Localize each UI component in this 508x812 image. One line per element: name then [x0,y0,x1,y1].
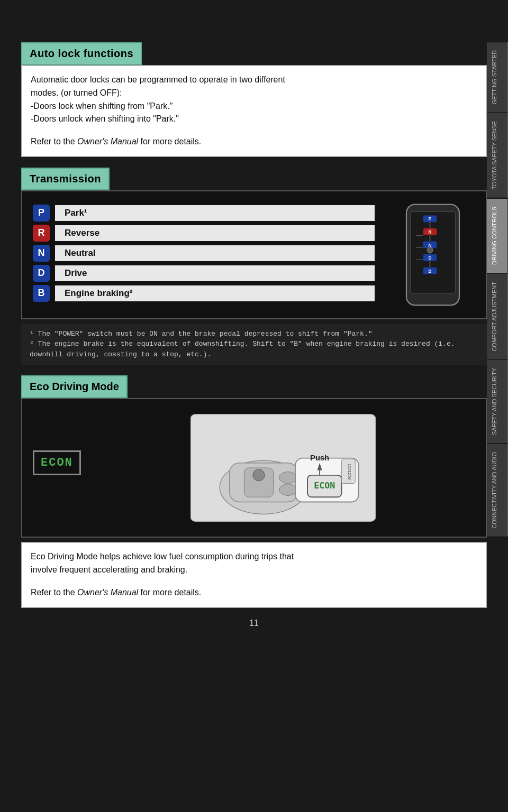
gear-selector-diagram: P R N D B [393,202,473,308]
transmission-footnotes: ¹ The "POWER" switch must be ON and the … [21,324,487,365]
svg-text:P: P [429,217,432,222]
sidebar-tab-safety[interactable]: SAFETY AND SECURITY [487,360,508,443]
svg-text:ECON: ECON [314,481,335,491]
sidebar-tab-driving-controls[interactable]: DRIVING CONTROLS [487,199,508,273]
svg-point-26 [279,484,297,496]
svg-text:D: D [429,256,432,261]
footnote-2: ² The engine brake is the equivalent of … [30,339,478,359]
gear-label-p: Park¹ [55,205,375,221]
gear-badge-b: B [33,285,50,302]
svg-text:R: R [429,230,432,235]
gear-label-n: Neutral [55,245,375,261]
gear-label-r: Reverse [55,225,375,241]
svg-text:12V/120W: 12V/120W [348,464,351,481]
gear-badge-d: D [33,265,50,282]
svg-point-16 [427,247,433,253]
gear-row-p: P Park¹ [33,205,375,222]
footnote-1: ¹ The "POWER" switch must be ON and the … [30,329,478,339]
gear-diagram: P R N D B [391,202,475,308]
sidebar-tab-toyota-safety[interactable]: TOYOTA SAFETY SENSE [487,113,508,198]
transmission-box: P Park¹ R Reverse N Neutral D Drive B [21,190,487,319]
sidebar-tab-getting-started[interactable]: GETTING STARTED [487,42,508,112]
auto-lock-section: Auto lock functions Automatic door locks… [21,42,487,157]
svg-rect-1 [410,211,455,293]
transmission-section: Transmission P Park¹ R Reverse N Neutral… [21,168,487,365]
gear-row-d: D Drive [33,265,375,282]
eco-driving-section: Eco Driving Mode ECON [21,375,487,607]
auto-lock-refer: Refer to the Owner's Manual for more det… [31,135,477,149]
auto-lock-info-box: Automatic door locks can be programmed t… [21,65,487,157]
auto-lock-title: Auto lock functions [30,48,133,59]
gear-badge-n: N [33,245,50,262]
sidebar-tab-connectivity[interactable]: CONNECTIVITY AND AUDIO [487,444,508,537]
gear-label-b: Engine braking² [55,285,375,301]
gear-badge-p: P [33,205,50,222]
eco-car-visual: ECON 12V/120W Push [92,410,475,526]
gear-label-d: Drive [55,265,375,281]
eco-info-box: Eco Driving Mode helps achieve low fuel … [21,542,487,607]
svg-point-25 [279,472,297,484]
auto-lock-description: Automatic door locks can be programmed t… [31,73,477,126]
svg-point-24 [253,469,265,481]
transmission-title: Transmission [30,173,101,184]
transmission-header: Transmission [21,168,110,190]
gear-row-r: R Reverse [33,225,375,242]
eco-description: Eco Driving Mode helps achieve low fuel … [31,550,477,577]
gear-badge-r: R [33,225,50,242]
sidebar-tab-comfort[interactable]: COMFORT ADJUSTMENT [487,274,508,359]
eco-refer: Refer to the Owner's Manual for more det… [31,586,477,599]
gear-table: P Park¹ R Reverse N Neutral D Drive B [33,205,375,305]
eco-illustration: ECON 12V/120W Push [190,410,376,526]
page-number: 11 [21,619,487,628]
svg-text:Push: Push [310,454,329,463]
auto-lock-header: Auto lock functions [21,42,142,65]
eco-driving-title: Eco Driving Mode [30,381,119,392]
gear-row-b: B Engine braking² [33,285,375,302]
svg-text:B: B [429,269,432,274]
eco-image-box: ECON [21,398,487,538]
econ-badge: ECON [33,450,81,475]
main-content: Auto lock functions Automatic door locks… [21,0,487,660]
eco-driving-header: Eco Driving Mode [21,375,128,398]
gear-row-n: N Neutral [33,245,375,262]
